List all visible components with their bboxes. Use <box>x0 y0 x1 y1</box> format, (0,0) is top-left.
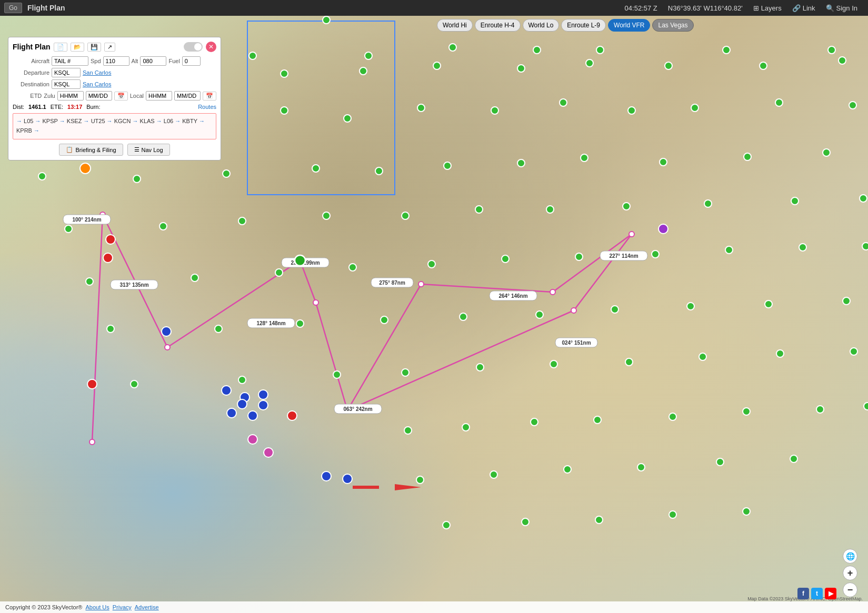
twitter-icon[interactable]: t <box>811 588 823 599</box>
destination-row: Destination San Carlos <box>13 79 216 89</box>
open-plan-button[interactable]: 📂 <box>71 43 84 52</box>
facebook-icon[interactable]: f <box>797 588 809 599</box>
svg-point-126 <box>594 416 601 424</box>
svg-point-50 <box>281 70 288 77</box>
signin-button[interactable]: 🔍 Sign In <box>826 4 857 12</box>
navlog-button[interactable]: ☰ Nav Log <box>127 144 170 156</box>
svg-point-136 <box>790 455 797 463</box>
svg-point-18 <box>550 289 555 295</box>
departure-id-input[interactable] <box>52 68 81 77</box>
svg-point-76 <box>517 159 525 167</box>
toggle-switch[interactable] <box>184 42 203 52</box>
svg-point-45 <box>828 46 835 54</box>
layer-btn-world-hi[interactable]: World Hi <box>437 19 473 32</box>
local-calendar-button[interactable]: 📅 <box>203 92 216 101</box>
save-plan-button[interactable]: 💾 <box>87 43 101 52</box>
svg-point-114 <box>238 376 246 384</box>
navlog-label: Nav Log <box>142 147 163 153</box>
svg-point-135 <box>716 458 724 466</box>
layers-label: Layers <box>761 4 782 12</box>
svg-point-151 <box>258 400 268 410</box>
dist-label: Dist: <box>13 104 24 110</box>
go-button[interactable]: Go <box>4 3 22 13</box>
departure-name-link[interactable]: San Carlos <box>83 69 111 76</box>
new-plan-button[interactable]: 📄 <box>54 43 67 52</box>
zoom-out-button[interactable]: − <box>843 582 857 597</box>
route-box[interactable]: → L05 → KPSP → KSEZ → UT25 → KGCN → KLAS… <box>13 113 216 139</box>
local-time-input[interactable] <box>146 91 172 101</box>
privacy-link[interactable]: Privacy <box>113 604 132 610</box>
zulu-date-input[interactable] <box>86 91 112 101</box>
svg-point-63 <box>417 104 425 112</box>
svg-point-156 <box>80 163 91 174</box>
layer-btn-enroute-l9[interactable]: Enroute L-9 <box>561 19 606 32</box>
youtube-icon[interactable]: ▶ <box>825 588 836 599</box>
svg-point-132 <box>490 471 497 478</box>
zoom-in-button[interactable]: + <box>843 566 857 580</box>
svg-point-41 <box>449 44 456 51</box>
briefing-filing-button[interactable]: 📋 Briefing & Filing <box>59 144 123 156</box>
destination-label: Destination <box>13 81 49 87</box>
svg-point-117 <box>476 364 484 371</box>
svg-point-110 <box>687 303 694 310</box>
alt-input[interactable] <box>140 56 166 66</box>
local-date-input[interactable] <box>174 91 201 101</box>
destination-name-link[interactable]: San Carlos <box>83 81 111 87</box>
time-display: 04:52:57 Z <box>625 4 657 12</box>
panel-buttons: 📋 Briefing & Filing ☰ Nav Log <box>13 144 216 156</box>
share-plan-button[interactable]: ↗ <box>104 43 115 52</box>
svg-point-115 <box>333 371 341 378</box>
svg-point-90 <box>791 197 799 205</box>
destination-id-input[interactable] <box>52 79 81 89</box>
svg-point-72 <box>223 170 230 177</box>
briefing-label: Briefing & Filing <box>75 147 116 153</box>
layer-btn-las-vegas[interactable]: Las Vegas <box>652 19 693 32</box>
svg-point-104 <box>215 325 222 333</box>
signin-icon: 🔍 <box>826 4 834 12</box>
svg-point-54 <box>586 59 593 67</box>
svg-point-147 <box>222 386 231 395</box>
svg-point-15 <box>313 300 318 305</box>
advertise-link[interactable]: Advertise <box>135 604 159 610</box>
svg-point-127 <box>669 413 676 420</box>
svg-text:063° 242nm: 063° 242nm <box>343 406 372 412</box>
zulu-calendar-button[interactable]: 📅 <box>114 92 128 101</box>
svg-point-86 <box>475 206 483 213</box>
fuel-input[interactable] <box>182 56 201 66</box>
layer-btn-world-vfr[interactable]: World VFR <box>608 19 650 32</box>
svg-rect-0 <box>247 21 395 195</box>
zulu-time-input[interactable] <box>57 91 84 101</box>
svg-point-66 <box>628 107 635 114</box>
svg-point-99 <box>652 250 659 258</box>
svg-point-11 <box>89 439 95 445</box>
map[interactable]: 100° 214nm 313° 135nm 238° 199nm 128° 14… <box>0 16 868 613</box>
social-icons: f t ▶ <box>797 588 836 599</box>
spd-input[interactable] <box>103 56 129 66</box>
close-button[interactable]: ✕ <box>206 42 216 52</box>
aircraft-input[interactable] <box>52 56 88 66</box>
svg-point-13 <box>165 345 170 350</box>
svg-point-105 <box>296 320 304 327</box>
svg-point-146 <box>162 327 171 336</box>
layer-btn-world-lo[interactable]: World Lo <box>523 19 560 32</box>
routes-button[interactable]: Routes <box>198 104 216 110</box>
aircraft-label: Aircraft <box>13 58 49 64</box>
globe-button[interactable]: 🌐 <box>843 549 857 564</box>
briefing-icon: 📋 <box>66 146 73 153</box>
svg-point-20 <box>571 308 576 313</box>
svg-point-98 <box>575 253 583 260</box>
layers-button[interactable]: ⊞ Layers <box>753 4 782 12</box>
svg-point-112 <box>843 297 850 305</box>
svg-point-56 <box>760 62 767 69</box>
svg-point-100 <box>725 246 733 254</box>
svg-point-53 <box>517 65 525 72</box>
about-us-link[interactable]: About Us <box>85 604 109 610</box>
link-button[interactable]: 🔗 Link <box>792 4 815 12</box>
signin-label: Sign In <box>836 4 857 12</box>
svg-point-160 <box>295 255 305 266</box>
svg-point-42 <box>533 46 541 54</box>
departure-label: Departure <box>13 69 49 76</box>
layer-btn-enroute-h4[interactable]: Enroute H-4 <box>475 19 521 32</box>
svg-point-124 <box>462 424 470 431</box>
svg-point-152 <box>227 408 236 418</box>
